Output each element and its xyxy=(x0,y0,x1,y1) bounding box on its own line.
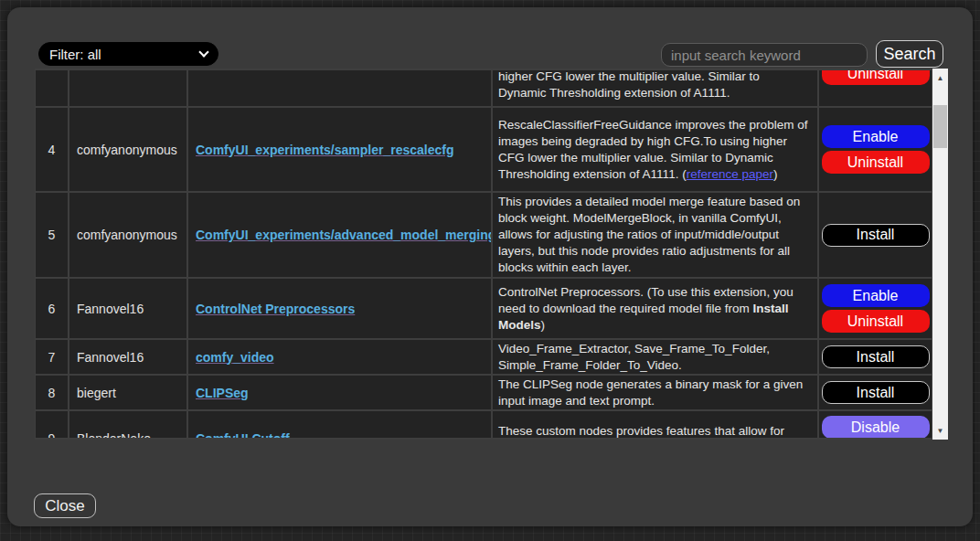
search-button[interactable]: Search xyxy=(876,40,943,68)
description-part: This provides a detailed model merge fea… xyxy=(498,195,800,274)
install-button[interactable]: Install xyxy=(822,345,930,368)
description-part: ) xyxy=(541,318,546,332)
node-name-link[interactable]: ControlNet Preprocessors xyxy=(196,302,355,316)
author-cell: Fannovel16 xyxy=(69,278,187,339)
table-row: 9BlenderNekoComfyUI CutoffThese custom n… xyxy=(35,410,932,440)
uninstall-button[interactable]: Uninstall xyxy=(822,69,930,85)
author-cell: biegert xyxy=(69,375,187,410)
actions-cell: Install xyxy=(818,375,932,410)
description-text: This provides a detailed model merge fea… xyxy=(498,194,812,276)
scroll-up-icon[interactable]: ▲ xyxy=(932,70,948,85)
name-cell: ComfyUI Cutoff xyxy=(187,410,492,440)
node-name-link[interactable]: ComfyUI Cutoff xyxy=(196,431,290,440)
disable-button[interactable]: Disable xyxy=(822,416,930,439)
description-cell: RescaleClassifierFreeGuidance improves t… xyxy=(492,107,818,192)
scroll-down-icon[interactable]: ▼ xyxy=(932,423,948,438)
row-number-cell: 7 xyxy=(35,339,69,375)
description-part: The CLIPSeg node generates a binary mask… xyxy=(498,377,803,408)
node-name-link[interactable]: ComfyUI_experiments/sampler_rescalecfg xyxy=(196,143,453,157)
author-cell: Fannovel16 xyxy=(69,339,187,375)
actions-cell: EnableUninstall xyxy=(818,107,932,192)
filter-dropdown: Filter: all xyxy=(38,42,218,66)
node-name-link[interactable]: CLIPSeg xyxy=(196,386,249,400)
install-button[interactable]: Install xyxy=(822,381,930,404)
name-cell: CLIPSeg xyxy=(187,375,492,410)
enable-button[interactable]: Enable xyxy=(822,284,930,307)
description-part: higher CFG lower the multiplier value. S… xyxy=(498,69,760,100)
row-number-cell: 4 xyxy=(35,107,69,192)
table-row: 4comfyanonymousComfyUI_experiments/sampl… xyxy=(35,107,932,192)
author-cell: comfyanonymous xyxy=(69,192,187,278)
row-number-cell: 5 xyxy=(35,192,69,278)
actions-cell: EnableUninstall xyxy=(818,278,932,339)
node-name-link[interactable]: ComfyUI_experiments/advanced_model_mergi… xyxy=(196,228,492,242)
name-cell: comfy_video xyxy=(187,339,492,375)
table-row: 7Fannovel16comfy_videoVideo_Frame_Extrac… xyxy=(35,339,932,375)
table-body: higher CFG lower the multiplier value. S… xyxy=(35,69,932,440)
name-cell: ComfyUI_experiments/sampler_rescalecfg xyxy=(187,107,492,192)
description-cell: These custom nodes provides features tha… xyxy=(492,410,818,440)
search-input[interactable] xyxy=(661,43,868,67)
install-button[interactable]: Install xyxy=(822,224,930,247)
author-cell xyxy=(69,69,187,107)
row-number-cell: 6 xyxy=(35,278,69,339)
filter-select[interactable]: Filter: all xyxy=(38,42,218,66)
uninstall-button[interactable]: Uninstall xyxy=(822,151,930,174)
table-row: 8biegertCLIPSegThe CLIPSeg node generate… xyxy=(35,375,932,410)
node-name-link[interactable]: comfy_video xyxy=(196,350,274,365)
author-cell: BlenderNeko xyxy=(69,410,187,440)
enable-button[interactable]: Enable xyxy=(822,125,930,148)
description-text: These custom nodes provides features tha… xyxy=(498,423,812,440)
actions-cell: Install xyxy=(818,339,932,375)
description-text: Video_Frame_Extractor, Save_Frame_To_Fol… xyxy=(498,341,812,374)
close-button[interactable]: Close xyxy=(34,493,96,518)
name-cell xyxy=(187,69,492,107)
name-cell: ControlNet Preprocessors xyxy=(187,278,492,339)
author-cell: comfyanonymous xyxy=(69,107,187,192)
actions-cell: Install xyxy=(818,192,932,278)
description-cell: ControlNet Preprocessors. (To use this e… xyxy=(492,278,818,339)
reference-paper-link[interactable]: reference paper xyxy=(687,167,773,181)
actions-cell: Uninstall xyxy=(818,69,932,107)
actions-cell: Disable xyxy=(818,410,932,440)
description-text: ControlNet Preprocessors. (To use this e… xyxy=(498,284,812,334)
uninstall-button[interactable]: Uninstall xyxy=(822,310,930,333)
scrollbar-thumb[interactable] xyxy=(933,105,947,148)
node-table: higher CFG lower the multiplier value. S… xyxy=(35,69,948,440)
description-part: ControlNet Preprocessors. (To use this e… xyxy=(498,285,794,315)
description-text: higher CFG lower the multiplier value. S… xyxy=(498,69,812,101)
row-number-cell xyxy=(35,69,69,107)
row-number-cell: 9 xyxy=(35,410,69,440)
description-cell: Video_Frame_Extractor, Save_Frame_To_Fol… xyxy=(492,339,818,375)
table-row: 5comfyanonymousComfyUI_experiments/advan… xyxy=(35,192,932,278)
table-row: 6Fannovel16ControlNet PreprocessorsContr… xyxy=(35,278,932,339)
description-cell: This provides a detailed model merge fea… xyxy=(492,192,818,278)
description-part: ) xyxy=(773,167,778,181)
custom-nodes-manager-dialog: Filter: all Search higher CFG lower the … xyxy=(7,7,973,526)
name-cell: ComfyUI_experiments/advanced_model_mergi… xyxy=(187,192,492,278)
description-text: RescaleClassifierFreeGuidance improves t… xyxy=(498,117,812,183)
description-part: Video_Frame_Extractor, Save_Frame_To_Fol… xyxy=(498,342,770,372)
table-scrollbar[interactable]: ▲ ▼ xyxy=(932,69,948,440)
description-text: The CLIPSeg node generates a binary mask… xyxy=(498,377,812,409)
description-cell: The CLIPSeg node generates a binary mask… xyxy=(492,375,818,410)
description-part: These custom nodes provides features tha… xyxy=(498,424,784,438)
row-number-cell: 8 xyxy=(35,375,69,410)
table-viewport: higher CFG lower the multiplier value. S… xyxy=(35,69,932,440)
description-cell: higher CFG lower the multiplier value. S… xyxy=(492,69,818,107)
graph-canvas-background: Filter: all Search higher CFG lower the … xyxy=(0,0,980,541)
table-row: higher CFG lower the multiplier value. S… xyxy=(35,69,932,107)
